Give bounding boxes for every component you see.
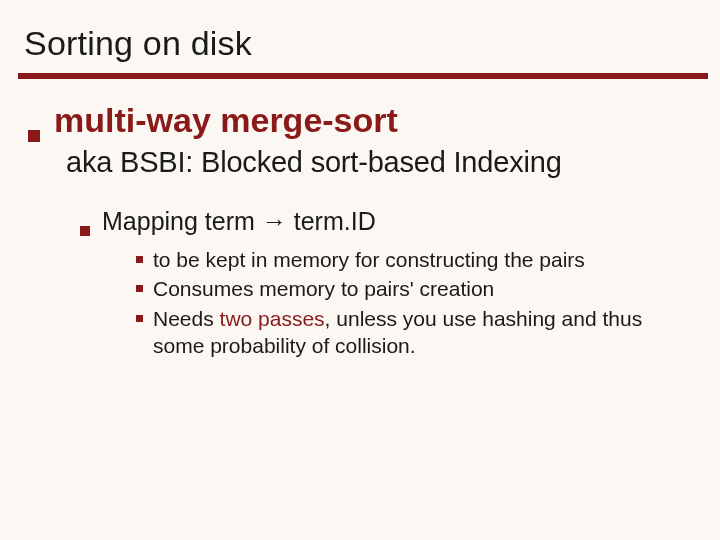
bullet-level3: to be kept in memory for constructing th… [136, 246, 702, 273]
lvl2-pre: Mapping term [102, 207, 262, 235]
square-bullet-icon [136, 315, 143, 322]
lvl3c-accent: two passes [220, 307, 325, 330]
slide: Sorting on disk multi-way merge-sort aka… [0, 0, 720, 540]
bullet-level3-text: Needs two passes, unless you use hashing… [153, 305, 693, 360]
bullet-level3-text: Consumes memory to pairs' creation [153, 275, 494, 302]
square-bullet-icon [80, 226, 90, 236]
title-rule [18, 73, 708, 79]
lvl2-post: term.ID [287, 207, 376, 235]
bullet-level1: multi-way merge-sort [28, 101, 702, 140]
lvl3c-pre: Needs [153, 307, 220, 330]
bullet-level1-text: multi-way merge-sort [54, 101, 398, 140]
bullet-level3: Needs two passes, unless you use hashing… [136, 305, 702, 360]
square-bullet-icon [28, 130, 40, 142]
bullet-level3: Consumes memory to pairs' creation [136, 275, 702, 302]
subtitle-text: aka BSBI: Blocked sort-based Indexing [66, 146, 702, 179]
bullet-level2: Mapping term → term.ID [80, 207, 702, 236]
square-bullet-icon [136, 285, 143, 292]
bullet-level2-text: Mapping term → term.ID [102, 207, 376, 236]
bullet-level3-text: to be kept in memory for constructing th… [153, 246, 585, 273]
slide-title: Sorting on disk [24, 24, 702, 63]
bullet-level3-group: to be kept in memory for constructing th… [136, 246, 702, 359]
arrow-icon: → [262, 207, 287, 235]
square-bullet-icon [136, 256, 143, 263]
